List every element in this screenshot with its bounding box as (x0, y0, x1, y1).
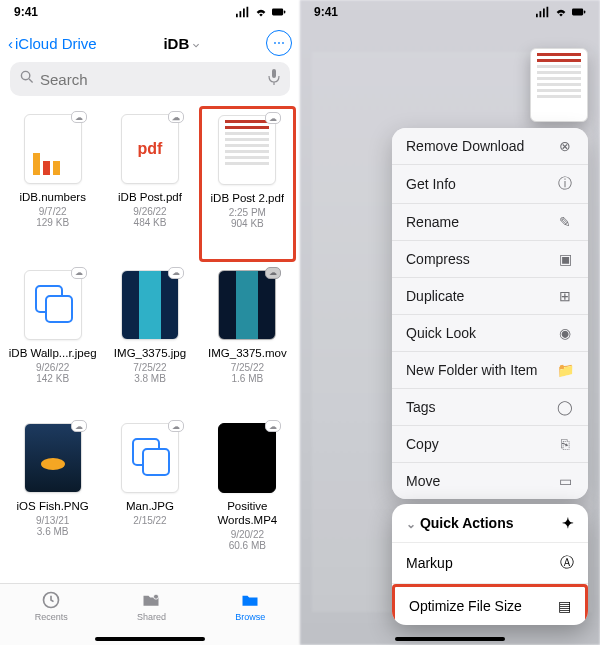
quick-actions-title: Quick Actions (420, 515, 514, 531)
menu-item-remove-download[interactable]: Remove Download⊗ (392, 128, 588, 165)
file-date: 9/7/22 (39, 206, 67, 217)
svg-rect-14 (543, 9, 545, 18)
home-indicator[interactable] (95, 637, 205, 641)
svg-rect-1 (240, 11, 242, 17)
file-size: 3.8 MB (134, 373, 166, 384)
svg-rect-2 (243, 9, 245, 18)
selected-file-preview[interactable] (530, 48, 588, 122)
nav-bar: ‹ iCloud Drive iDB ⌵ ⋯ (0, 24, 300, 62)
menu-item-move[interactable]: Move▭ (392, 463, 588, 499)
mic-icon[interactable] (268, 69, 280, 89)
menu-label: Duplicate (406, 288, 464, 304)
search-input[interactable] (40, 71, 262, 88)
tab-label: Recents (35, 612, 68, 622)
file-date: 9/26/22 (133, 206, 166, 217)
tab-label: Shared (137, 612, 166, 622)
quick-action-icon: ▤ (558, 598, 571, 614)
clock-icon (40, 590, 62, 610)
file-size: 904 KB (231, 218, 264, 229)
file-size: 60.6 MB (229, 540, 266, 551)
file-name: iDB.numbers (19, 190, 85, 204)
svg-rect-8 (272, 69, 276, 78)
menu-item-quick-look[interactable]: Quick Look◉ (392, 315, 588, 352)
svg-rect-4 (272, 9, 283, 16)
cloud-icon: ☁ (265, 267, 281, 279)
back-button[interactable]: ‹ iCloud Drive (8, 35, 97, 52)
tab-recents[interactable]: Recents (35, 590, 68, 622)
file-thumbnail: ☁ (24, 114, 82, 184)
menu-item-copy[interactable]: Copy⎘ (392, 426, 588, 463)
svg-point-11 (154, 594, 159, 599)
svg-rect-3 (247, 7, 249, 18)
file-item[interactable]: ☁Man.JPG2/15/22 (101, 415, 198, 583)
chevron-down-icon: ⌄ (406, 517, 416, 531)
tab-label: Browse (235, 612, 265, 622)
quick-action-optimize-file-size[interactable]: Optimize File Size▤ (392, 584, 588, 625)
menu-item-new-folder-with-item[interactable]: New Folder with Item📁 (392, 352, 588, 389)
tab-browse[interactable]: Browse (235, 590, 265, 622)
context-menu-screen: 9:41 Remove Download⊗Get InfoⓘRename✎Com… (300, 0, 600, 645)
menu-label: Quick Look (406, 325, 476, 341)
file-item[interactable]: ☁Positive Words.MP49/20/2260.6 MB (199, 415, 296, 583)
more-button[interactable]: ⋯ (266, 30, 292, 56)
file-item[interactable]: pdf☁iDB Post.pdf9/26/22484 KB (101, 106, 198, 262)
menu-label: Tags (406, 399, 436, 415)
chevron-left-icon: ‹ (8, 35, 13, 52)
cloud-icon: ☁ (71, 267, 87, 279)
battery-icon (572, 6, 586, 18)
cloud-icon: ☁ (168, 111, 184, 123)
file-item[interactable]: ☁iDB.numbers9/7/22129 KB (4, 106, 101, 262)
cloud-icon: ☁ (71, 111, 87, 123)
file-thumbnail: ☁ (218, 115, 276, 185)
menu-icon: ⊞ (556, 288, 574, 304)
menu-label: Remove Download (406, 138, 524, 154)
menu-label: Copy (406, 436, 439, 452)
svg-rect-12 (536, 14, 538, 18)
menu-icon: ✎ (556, 214, 574, 230)
menu-icon: ⓘ (556, 175, 574, 193)
file-date: 7/25/22 (231, 362, 264, 373)
menu-item-compress[interactable]: Compress▣ (392, 241, 588, 278)
menu-item-rename[interactable]: Rename✎ (392, 204, 588, 241)
search-field[interactable] (10, 62, 290, 96)
file-size: 484 KB (134, 217, 167, 228)
cloud-icon: ☁ (265, 112, 281, 124)
file-name: Positive Words.MP4 (203, 499, 291, 527)
file-item[interactable]: ☁IMG_3375.jpg7/25/223.8 MB (101, 262, 198, 416)
cloud-icon: ☁ (265, 420, 281, 432)
pdf-glyph: pdf (138, 140, 163, 158)
svg-line-7 (29, 79, 32, 83)
quick-action-markup[interactable]: MarkupⒶ (392, 543, 588, 584)
menu-icon: ▭ (556, 473, 574, 489)
file-name: iDB Post 2.pdf (211, 191, 285, 205)
folder-title: iDB (163, 35, 189, 52)
folder-icon (239, 590, 261, 610)
tab-bar: Recents Shared Browse (0, 583, 300, 645)
tab-shared[interactable]: Shared (137, 590, 166, 622)
file-item[interactable]: ☁iDB Post 2.pdf2:25 PM904 KB (199, 106, 296, 262)
search-icon (20, 70, 34, 88)
file-item[interactable]: ☁IMG_3375.mov7/25/221.6 MB (199, 262, 296, 416)
quick-actions-header[interactable]: ⌄ Quick Actions ✦ (392, 504, 588, 543)
nav-title[interactable]: iDB ⌵ (97, 35, 266, 52)
menu-item-duplicate[interactable]: Duplicate⊞ (392, 278, 588, 315)
sparkle-icon: ✦ (562, 515, 574, 531)
menu-item-tags[interactable]: Tags◯ (392, 389, 588, 426)
file-item[interactable]: ☁iDB Wallp...r.jpeg9/26/22142 KB (4, 262, 101, 416)
cloud-icon: ☁ (168, 267, 184, 279)
file-name: iOS Fish.PNG (17, 499, 89, 513)
file-item[interactable]: ☁iOS Fish.PNG9/13/213.6 MB (4, 415, 101, 583)
file-date: 9/26/22 (36, 362, 69, 373)
home-indicator[interactable] (395, 637, 505, 641)
menu-label: Move (406, 473, 440, 489)
menu-icon: ⎘ (556, 436, 574, 452)
svg-rect-5 (284, 11, 285, 14)
back-label: iCloud Drive (15, 35, 97, 52)
svg-rect-16 (572, 9, 583, 16)
status-time: 9:41 (314, 5, 338, 19)
file-date: 2:25 PM (229, 207, 266, 218)
status-time: 9:41 (14, 5, 38, 19)
file-thumbnail: ☁ (24, 270, 82, 340)
file-size: 3.6 MB (37, 526, 69, 537)
menu-item-get-info[interactable]: Get Infoⓘ (392, 165, 588, 204)
